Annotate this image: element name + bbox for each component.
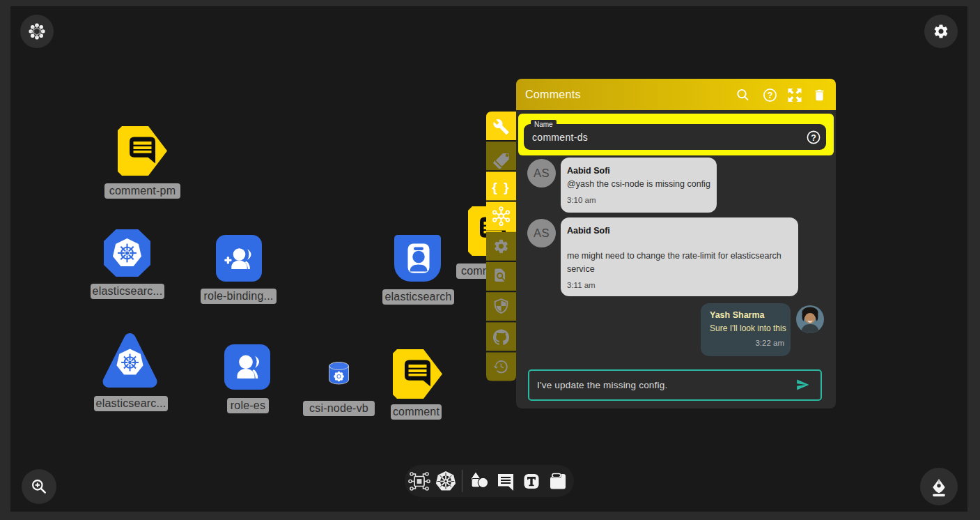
- svg-text:?: ?: [768, 91, 773, 100]
- svg-text:?: ?: [811, 133, 816, 143]
- svg-text:{ }: { }: [492, 180, 510, 194]
